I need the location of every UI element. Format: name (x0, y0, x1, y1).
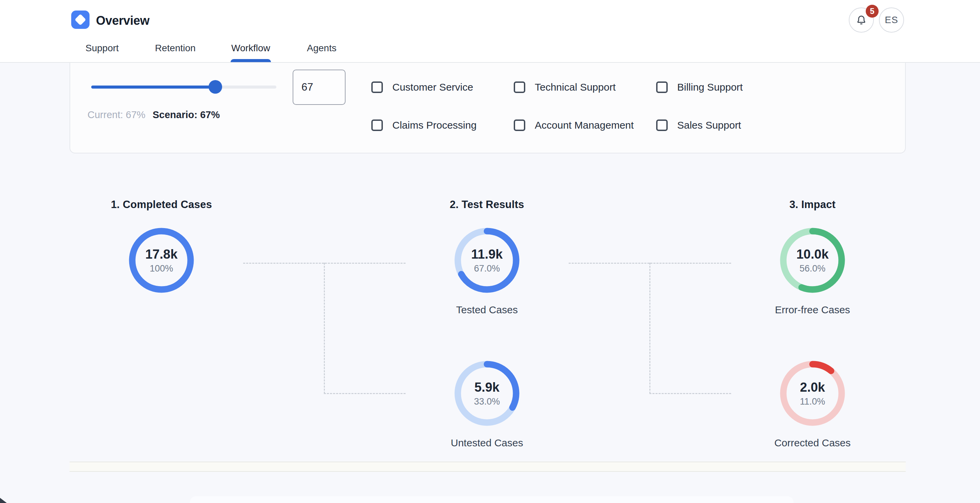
tab-label: Agents (307, 43, 336, 54)
checkbox[interactable] (514, 81, 525, 93)
bell-icon (855, 14, 867, 26)
section-title-2: 2. Test Results (450, 198, 524, 211)
section-title-3: 3. Impact (789, 198, 835, 211)
donut-percent: 33.0% (474, 397, 500, 406)
donut-label: Untested Cases (451, 437, 523, 449)
donut-error-free-cases: 10.0k56.0% (779, 227, 846, 294)
checkbox-item-claims-processing: Claims Processing (371, 106, 514, 144)
section-title-1: 1. Completed Cases (111, 198, 212, 211)
connector-bottom-2 (649, 393, 731, 394)
donut-label: Error-free Cases (775, 304, 850, 316)
checkbox-item-technical-support: Technical Support (514, 68, 656, 106)
donut-value: 10.0k (796, 248, 829, 261)
checkbox[interactable] (656, 81, 668, 93)
bottom-separator-band (70, 461, 906, 472)
checkbox[interactable] (371, 120, 383, 131)
donut-label: Corrected Cases (774, 437, 851, 449)
active-tab-underline (231, 59, 271, 62)
scenario-slider[interactable] (91, 86, 276, 89)
tab-workflow[interactable]: Workflow (231, 34, 270, 62)
app-logo (71, 11, 89, 29)
donut-percent: 100% (150, 264, 173, 273)
checkbox[interactable] (514, 120, 525, 131)
donut-center-text: 5.9k33.0% (453, 359, 521, 427)
checkbox-label: Customer Service (392, 81, 473, 93)
donut-percent: 56.0% (800, 264, 826, 273)
tab-label: Support (86, 43, 119, 54)
notification-badge: 5 (866, 5, 878, 18)
avatar[interactable]: ES (879, 8, 904, 33)
checkbox-label: Account Management (535, 120, 634, 131)
connector-drop-2 (649, 263, 651, 394)
donut-center-text: 2.0k11.0% (779, 359, 846, 427)
donut-percent: 67.0% (474, 264, 500, 273)
checkbox[interactable] (371, 81, 383, 93)
donut-value: 5.9k (474, 381, 500, 394)
slider-fill (91, 86, 215, 89)
department-checkbox-group: Customer ServiceTechnical SupportBilling… (371, 68, 799, 144)
donut-percent: 11.0% (800, 397, 826, 406)
scenario-value-label: Scenario: 67% (153, 109, 220, 120)
connector-drop-1 (324, 263, 325, 394)
donut-untested-cases: 5.9k33.0% (453, 359, 521, 427)
current-value-label: Current: 67% (88, 109, 145, 120)
tab-label: Workflow (231, 43, 270, 54)
checkbox-label: Technical Support (535, 81, 616, 93)
checkbox-item-sales-support: Sales Support (656, 106, 799, 144)
donut-value: 2.0k (800, 381, 825, 394)
scenario-value-input[interactable] (293, 70, 345, 105)
donut-center-text: 10.0k56.0% (779, 227, 846, 294)
donut-completed-cases: 17.8k100% (127, 227, 195, 294)
donut-corrected-cases: 2.0k11.0% (779, 359, 846, 427)
donut-label: Tested Cases (456, 304, 518, 316)
checkbox-label: Billing Support (677, 81, 743, 93)
tab-label: Retention (155, 43, 196, 54)
diamond-icon (75, 14, 86, 26)
checkbox-item-customer-service: Customer Service (371, 68, 514, 106)
notifications-button[interactable]: 5 (849, 8, 874, 33)
checkbox-label: Sales Support (677, 120, 741, 131)
page-title: Overview (96, 14, 150, 28)
checkbox-label: Claims Processing (392, 120, 476, 131)
donut-value: 11.9k (471, 248, 503, 261)
tab-retention[interactable]: Retention (155, 34, 196, 62)
donut-tested-cases: 11.9k67.0% (453, 227, 521, 294)
slider-thumb[interactable] (208, 80, 222, 94)
checkbox[interactable] (656, 120, 668, 131)
checkbox-item-billing-support: Billing Support (656, 68, 799, 106)
donut-center-text: 17.8k100% (127, 227, 195, 294)
avatar-initials: ES (885, 14, 898, 26)
app-header: Overview SupportRetentionWorkflowAgents … (0, 0, 980, 63)
connector-bottom-1 (324, 393, 406, 394)
checkbox-item-account-management: Account Management (514, 106, 656, 144)
tab-support[interactable]: Support (86, 34, 119, 62)
donut-value: 17.8k (145, 248, 177, 261)
corner-cursor-artifact (0, 497, 7, 503)
donut-center-text: 11.9k67.0% (453, 227, 521, 294)
bottom-sheet-edge (190, 496, 794, 503)
tab-agents[interactable]: Agents (307, 34, 336, 62)
